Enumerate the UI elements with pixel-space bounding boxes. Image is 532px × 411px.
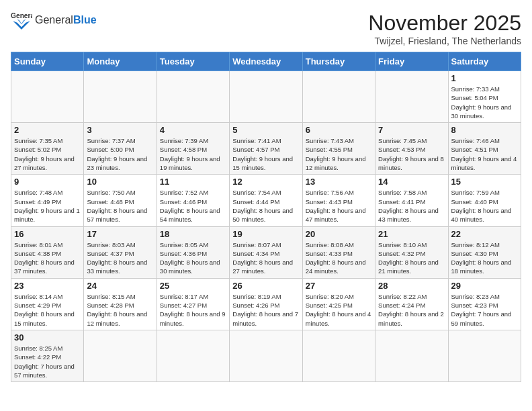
table-row: 3Sunrise: 7:37 AM Sunset: 5:00 PM Daylig… <box>84 123 157 175</box>
day-info: Sunrise: 8:14 AM Sunset: 4:29 PM Dayligh… <box>14 292 81 328</box>
day-info: Sunrise: 8:19 AM Sunset: 4:26 PM Dayligh… <box>232 292 299 328</box>
table-row: 28Sunrise: 8:22 AM Sunset: 4:24 PM Dayli… <box>375 278 448 330</box>
day-number: 9 <box>14 177 81 187</box>
day-info: Sunrise: 7:35 AM Sunset: 5:02 PM Dayligh… <box>14 136 81 172</box>
table-row: 11Sunrise: 7:52 AM Sunset: 4:46 PM Dayli… <box>157 175 229 226</box>
table-row: 21Sunrise: 8:10 AM Sunset: 4:32 PM Dayli… <box>375 226 448 278</box>
table-row: 16Sunrise: 8:01 AM Sunset: 4:38 PM Dayli… <box>11 226 84 278</box>
day-number: 25 <box>160 281 226 291</box>
day-info: Sunrise: 8:20 AM Sunset: 4:25 PM Dayligh… <box>306 292 372 328</box>
day-info: Sunrise: 8:12 AM Sunset: 4:30 PM Dayligh… <box>451 240 518 276</box>
header-saturday: Saturday <box>448 52 521 71</box>
day-number: 10 <box>87 177 153 187</box>
table-row: 18Sunrise: 8:05 AM Sunset: 4:36 PM Dayli… <box>157 226 229 278</box>
day-number: 22 <box>451 229 518 239</box>
table-row: 27Sunrise: 8:20 AM Sunset: 4:25 PM Dayli… <box>302 278 375 330</box>
day-info: Sunrise: 7:52 AM Sunset: 4:46 PM Dayligh… <box>160 188 226 224</box>
table-row: 23Sunrise: 8:14 AM Sunset: 4:29 PM Dayli… <box>11 278 84 330</box>
weekday-header-row: Sunday Monday Tuesday Wednesday Thursday… <box>11 52 521 71</box>
calendar-row: 1Sunrise: 7:33 AM Sunset: 5:04 PM Daylig… <box>11 71 521 123</box>
header-friday: Friday <box>375 52 448 71</box>
day-info: Sunrise: 7:59 AM Sunset: 4:40 PM Dayligh… <box>451 188 518 224</box>
table-row: 10Sunrise: 7:50 AM Sunset: 4:48 PM Dayli… <box>84 175 157 226</box>
day-number: 24 <box>87 281 153 291</box>
calendar-row: 2Sunrise: 7:35 AM Sunset: 5:02 PM Daylig… <box>11 123 521 175</box>
table-row: 22Sunrise: 8:12 AM Sunset: 4:30 PM Dayli… <box>448 226 521 278</box>
svg-marker-1 <box>13 21 30 30</box>
table-row: 12Sunrise: 7:54 AM Sunset: 4:44 PM Dayli… <box>230 175 302 226</box>
day-number: 27 <box>306 281 372 291</box>
table-row: 4Sunrise: 7:39 AM Sunset: 4:58 PM Daylig… <box>157 123 229 175</box>
logo: General GeneralBlue <box>11 11 97 30</box>
header-thursday: Thursday <box>302 52 375 71</box>
day-info: Sunrise: 7:33 AM Sunset: 5:04 PM Dayligh… <box>451 85 518 120</box>
table-row <box>302 330 375 381</box>
day-number: 26 <box>232 281 299 291</box>
day-number: 30 <box>14 332 81 342</box>
header-wednesday: Wednesday <box>230 52 302 71</box>
day-info: Sunrise: 8:15 AM Sunset: 4:28 PM Dayligh… <box>87 292 153 328</box>
day-info: Sunrise: 8:01 AM Sunset: 4:38 PM Dayligh… <box>14 240 81 276</box>
table-row <box>448 330 521 381</box>
day-number: 11 <box>160 177 226 187</box>
day-info: Sunrise: 7:43 AM Sunset: 4:55 PM Dayligh… <box>306 136 372 172</box>
day-number: 1 <box>451 73 518 83</box>
day-number: 8 <box>451 125 518 135</box>
table-row: 6Sunrise: 7:43 AM Sunset: 4:55 PM Daylig… <box>302 123 375 175</box>
day-number: 2 <box>14 125 81 135</box>
table-row: 13Sunrise: 7:56 AM Sunset: 4:43 PM Dayli… <box>302 175 375 226</box>
day-number: 18 <box>160 229 226 239</box>
day-number: 17 <box>87 229 153 239</box>
day-number: 29 <box>451 281 518 291</box>
generalblue-logo-icon: General <box>11 11 32 30</box>
table-row <box>375 71 448 123</box>
day-number: 16 <box>14 229 81 239</box>
day-number: 19 <box>232 229 299 239</box>
table-row <box>230 71 302 123</box>
table-row: 19Sunrise: 8:07 AM Sunset: 4:34 PM Dayli… <box>230 226 302 278</box>
table-row: 7Sunrise: 7:45 AM Sunset: 4:53 PM Daylig… <box>375 123 448 175</box>
table-row <box>84 71 157 123</box>
table-row: 5Sunrise: 7:41 AM Sunset: 4:57 PM Daylig… <box>230 123 302 175</box>
table-row: 1Sunrise: 7:33 AM Sunset: 5:04 PM Daylig… <box>448 71 521 123</box>
calendar-row: 9Sunrise: 7:48 AM Sunset: 4:49 PM Daylig… <box>11 175 521 226</box>
table-row <box>302 71 375 123</box>
table-row: 30Sunrise: 8:25 AM Sunset: 4:22 PM Dayli… <box>11 330 84 381</box>
table-row: 17Sunrise: 8:03 AM Sunset: 4:37 PM Dayli… <box>84 226 157 278</box>
calendar-row: 23Sunrise: 8:14 AM Sunset: 4:29 PM Dayli… <box>11 278 521 330</box>
day-number: 12 <box>232 177 299 187</box>
day-info: Sunrise: 7:48 AM Sunset: 4:49 PM Dayligh… <box>14 188 81 224</box>
table-row: 25Sunrise: 8:17 AM Sunset: 4:27 PM Dayli… <box>157 278 229 330</box>
table-row: 26Sunrise: 8:19 AM Sunset: 4:26 PM Dayli… <box>230 278 302 330</box>
day-number: 7 <box>378 125 445 135</box>
day-info: Sunrise: 7:37 AM Sunset: 5:00 PM Dayligh… <box>87 136 153 172</box>
table-row: 14Sunrise: 7:58 AM Sunset: 4:41 PM Dayli… <box>375 175 448 226</box>
table-row <box>375 330 448 381</box>
month-title: November 2025 <box>368 11 521 36</box>
day-number: 28 <box>378 281 445 291</box>
svg-text:General: General <box>11 12 32 19</box>
table-row <box>157 330 229 381</box>
day-number: 3 <box>87 125 153 135</box>
table-row <box>11 71 84 123</box>
day-info: Sunrise: 8:07 AM Sunset: 4:34 PM Dayligh… <box>232 240 299 276</box>
header-tuesday: Tuesday <box>157 52 229 71</box>
table-row <box>157 71 229 123</box>
day-info: Sunrise: 7:56 AM Sunset: 4:43 PM Dayligh… <box>306 188 372 224</box>
day-info: Sunrise: 7:50 AM Sunset: 4:48 PM Dayligh… <box>87 188 153 224</box>
svg-marker-2 <box>17 19 26 25</box>
calendar-row: 16Sunrise: 8:01 AM Sunset: 4:38 PM Dayli… <box>11 226 521 278</box>
table-row <box>84 330 157 381</box>
day-info: Sunrise: 8:08 AM Sunset: 4:33 PM Dayligh… <box>306 240 372 276</box>
day-info: Sunrise: 8:22 AM Sunset: 4:24 PM Dayligh… <box>378 292 445 328</box>
calendar: Sunday Monday Tuesday Wednesday Thursday… <box>11 52 521 382</box>
header-monday: Monday <box>84 52 157 71</box>
day-number: 20 <box>306 229 372 239</box>
day-info: Sunrise: 8:03 AM Sunset: 4:37 PM Dayligh… <box>87 240 153 276</box>
header: General GeneralBlue November 2025 Twijze… <box>11 11 521 46</box>
day-info: Sunrise: 7:39 AM Sunset: 4:58 PM Dayligh… <box>160 136 226 172</box>
day-number: 5 <box>232 125 299 135</box>
table-row: 20Sunrise: 8:08 AM Sunset: 4:33 PM Dayli… <box>302 226 375 278</box>
table-row: 8Sunrise: 7:46 AM Sunset: 4:51 PM Daylig… <box>448 123 521 175</box>
day-info: Sunrise: 8:17 AM Sunset: 4:27 PM Dayligh… <box>160 292 226 328</box>
